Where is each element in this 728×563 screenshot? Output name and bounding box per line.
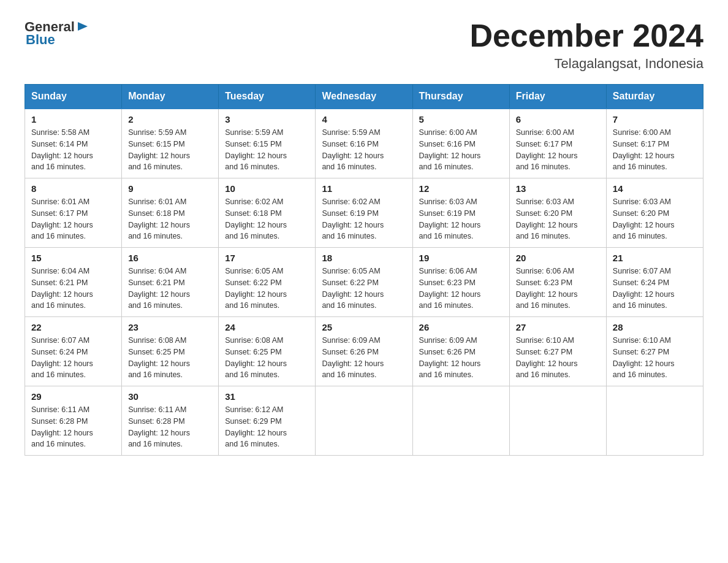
- day-number: 29: [31, 391, 115, 402]
- day-info: Sunrise: 6:07 AM Sunset: 6:24 PM Dayligh…: [613, 266, 697, 312]
- day-number: 8: [31, 183, 115, 194]
- table-row: 18 Sunrise: 6:05 AM Sunset: 6:22 PM Dayl…: [316, 248, 412, 317]
- table-row: 26 Sunrise: 6:09 AM Sunset: 6:26 PM Dayl…: [412, 317, 509, 386]
- day-info: Sunrise: 6:00 AM Sunset: 6:16 PM Dayligh…: [419, 127, 503, 173]
- day-info: Sunrise: 6:09 AM Sunset: 6:26 PM Dayligh…: [322, 335, 406, 381]
- table-row: 27 Sunrise: 6:10 AM Sunset: 6:27 PM Dayl…: [509, 317, 606, 386]
- day-number: 16: [128, 253, 212, 263]
- day-info: Sunrise: 6:03 AM Sunset: 6:20 PM Dayligh…: [516, 196, 600, 242]
- day-number: 3: [225, 114, 309, 124]
- day-number: 28: [613, 322, 697, 332]
- table-row: 2 Sunrise: 5:59 AM Sunset: 6:15 PM Dayli…: [122, 109, 219, 178]
- table-row: 30 Sunrise: 6:11 AM Sunset: 6:28 PM Dayl…: [122, 386, 219, 456]
- col-thursday: Thursday: [412, 85, 509, 109]
- svg-marker-0: [78, 22, 88, 31]
- table-row: 12 Sunrise: 6:03 AM Sunset: 6:19 PM Dayl…: [412, 178, 509, 248]
- table-row: 21 Sunrise: 6:07 AM Sunset: 6:24 PM Dayl…: [606, 248, 703, 317]
- calendar-week-row: 29 Sunrise: 6:11 AM Sunset: 6:28 PM Dayl…: [25, 386, 703, 456]
- table-row: [316, 386, 412, 456]
- table-row: 23 Sunrise: 6:08 AM Sunset: 6:25 PM Dayl…: [122, 317, 219, 386]
- day-number: 14: [613, 183, 697, 194]
- col-monday: Monday: [122, 85, 219, 109]
- day-number: 24: [225, 322, 309, 332]
- day-info: Sunrise: 6:04 AM Sunset: 6:21 PM Dayligh…: [31, 266, 115, 312]
- day-info: Sunrise: 6:12 AM Sunset: 6:29 PM Dayligh…: [225, 404, 309, 450]
- day-number: 25: [322, 322, 406, 332]
- day-info: Sunrise: 6:01 AM Sunset: 6:18 PM Dayligh…: [128, 196, 212, 242]
- table-row: 19 Sunrise: 6:06 AM Sunset: 6:23 PM Dayl…: [412, 248, 509, 317]
- table-row: 10 Sunrise: 6:02 AM Sunset: 6:18 PM Dayl…: [219, 178, 316, 248]
- table-row: [606, 386, 703, 456]
- table-row: 29 Sunrise: 6:11 AM Sunset: 6:28 PM Dayl…: [25, 386, 122, 456]
- day-number: 27: [516, 322, 600, 332]
- day-number: 26: [419, 322, 503, 332]
- table-row: 3 Sunrise: 5:59 AM Sunset: 6:15 PM Dayli…: [219, 109, 316, 178]
- calendar-table: Sunday Monday Tuesday Wednesday Thursday…: [25, 84, 703, 456]
- day-number: 18: [322, 253, 406, 263]
- day-info: Sunrise: 6:05 AM Sunset: 6:22 PM Dayligh…: [322, 266, 406, 312]
- day-number: 20: [516, 253, 600, 263]
- day-info: Sunrise: 6:06 AM Sunset: 6:23 PM Dayligh…: [516, 266, 600, 312]
- day-info: Sunrise: 5:59 AM Sunset: 6:16 PM Dayligh…: [322, 127, 406, 173]
- day-info: Sunrise: 5:59 AM Sunset: 6:15 PM Dayligh…: [128, 127, 212, 173]
- table-row: 1 Sunrise: 5:58 AM Sunset: 6:14 PM Dayli…: [25, 109, 122, 178]
- day-number: 19: [419, 253, 503, 263]
- table-row: 22 Sunrise: 6:07 AM Sunset: 6:24 PM Dayl…: [25, 317, 122, 386]
- day-info: Sunrise: 6:11 AM Sunset: 6:28 PM Dayligh…: [128, 404, 212, 450]
- day-info: Sunrise: 6:02 AM Sunset: 6:19 PM Dayligh…: [322, 196, 406, 242]
- day-info: Sunrise: 6:00 AM Sunset: 6:17 PM Dayligh…: [516, 127, 600, 173]
- logo-blue-text: Blue: [26, 32, 55, 48]
- day-info: Sunrise: 6:01 AM Sunset: 6:17 PM Dayligh…: [31, 196, 115, 242]
- table-row: 9 Sunrise: 6:01 AM Sunset: 6:18 PM Dayli…: [122, 178, 219, 248]
- day-info: Sunrise: 6:10 AM Sunset: 6:27 PM Dayligh…: [516, 335, 600, 381]
- day-info: Sunrise: 6:07 AM Sunset: 6:24 PM Dayligh…: [31, 335, 115, 381]
- day-info: Sunrise: 6:08 AM Sunset: 6:25 PM Dayligh…: [128, 335, 212, 381]
- table-row: 14 Sunrise: 6:03 AM Sunset: 6:20 PM Dayl…: [606, 178, 703, 248]
- day-number: 15: [31, 253, 115, 263]
- logo-arrow-icon: [77, 20, 90, 33]
- table-row: 11 Sunrise: 6:02 AM Sunset: 6:19 PM Dayl…: [316, 178, 412, 248]
- day-number: 21: [613, 253, 697, 263]
- col-wednesday: Wednesday: [316, 85, 412, 109]
- day-number: 12: [419, 183, 503, 194]
- day-number: 11: [322, 183, 406, 194]
- table-row: 16 Sunrise: 6:04 AM Sunset: 6:21 PM Dayl…: [122, 248, 219, 317]
- col-friday: Friday: [509, 85, 606, 109]
- table-row: 5 Sunrise: 6:00 AM Sunset: 6:16 PM Dayli…: [412, 109, 509, 178]
- day-number: 13: [516, 183, 600, 194]
- day-info: Sunrise: 6:03 AM Sunset: 6:20 PM Dayligh…: [613, 196, 697, 242]
- col-tuesday: Tuesday: [219, 85, 316, 109]
- day-info: Sunrise: 6:06 AM Sunset: 6:23 PM Dayligh…: [419, 266, 503, 312]
- day-info: Sunrise: 5:59 AM Sunset: 6:15 PM Dayligh…: [225, 127, 309, 173]
- table-row: 7 Sunrise: 6:00 AM Sunset: 6:17 PM Dayli…: [606, 109, 703, 178]
- table-row: 15 Sunrise: 6:04 AM Sunset: 6:21 PM Dayl…: [25, 248, 122, 317]
- calendar-week-row: 8 Sunrise: 6:01 AM Sunset: 6:17 PM Dayli…: [25, 178, 703, 248]
- day-number: 4: [322, 114, 406, 124]
- day-info: Sunrise: 6:09 AM Sunset: 6:26 PM Dayligh…: [419, 335, 503, 381]
- day-info: Sunrise: 6:04 AM Sunset: 6:21 PM Dayligh…: [128, 266, 212, 312]
- day-info: Sunrise: 6:03 AM Sunset: 6:19 PM Dayligh…: [419, 196, 503, 242]
- day-number: 1: [31, 114, 115, 124]
- table-row: [412, 386, 509, 456]
- day-number: 31: [225, 391, 309, 402]
- day-number: 9: [128, 183, 212, 194]
- page-header: General Blue December 2024 Telagalangsat…: [25, 18, 703, 72]
- day-number: 7: [613, 114, 697, 124]
- table-row: 31 Sunrise: 6:12 AM Sunset: 6:29 PM Dayl…: [219, 386, 316, 456]
- col-sunday: Sunday: [25, 85, 122, 109]
- location-title: Telagalangsat, Indonesia: [469, 56, 703, 72]
- day-info: Sunrise: 6:02 AM Sunset: 6:18 PM Dayligh…: [225, 196, 309, 242]
- table-row: 8 Sunrise: 6:01 AM Sunset: 6:17 PM Dayli…: [25, 178, 122, 248]
- day-number: 6: [516, 114, 600, 124]
- day-info: Sunrise: 6:10 AM Sunset: 6:27 PM Dayligh…: [613, 335, 697, 381]
- calendar-week-row: 1 Sunrise: 5:58 AM Sunset: 6:14 PM Dayli…: [25, 109, 703, 178]
- table-row: 4 Sunrise: 5:59 AM Sunset: 6:16 PM Dayli…: [316, 109, 412, 178]
- day-info: Sunrise: 6:00 AM Sunset: 6:17 PM Dayligh…: [613, 127, 697, 173]
- title-block: December 2024 Telagalangsat, Indonesia: [469, 18, 703, 72]
- table-row: 13 Sunrise: 6:03 AM Sunset: 6:20 PM Dayl…: [509, 178, 606, 248]
- calendar-week-row: 22 Sunrise: 6:07 AM Sunset: 6:24 PM Dayl…: [25, 317, 703, 386]
- table-row: 17 Sunrise: 6:05 AM Sunset: 6:22 PM Dayl…: [219, 248, 316, 317]
- day-number: 23: [128, 322, 212, 332]
- day-number: 17: [225, 253, 309, 263]
- calendar-week-row: 15 Sunrise: 6:04 AM Sunset: 6:21 PM Dayl…: [25, 248, 703, 317]
